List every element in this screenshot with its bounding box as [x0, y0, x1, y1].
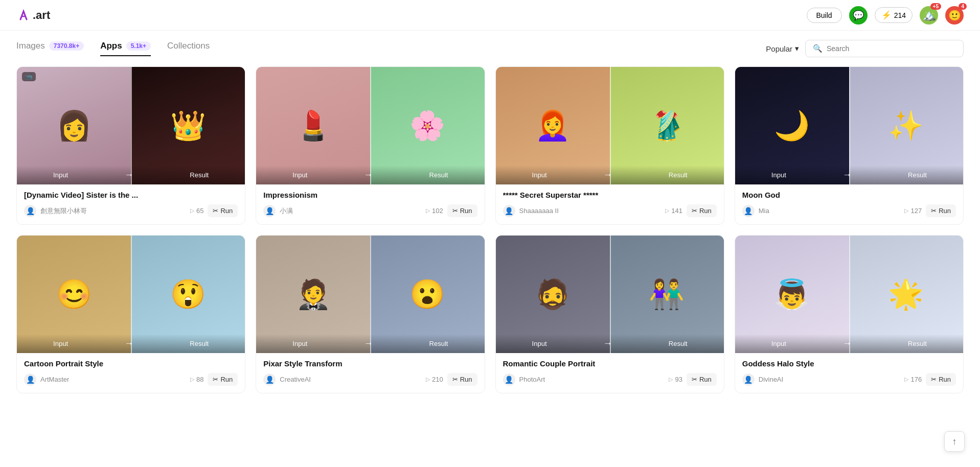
card-author-1: 創意無限小林哥 [40, 206, 186, 216]
run-button-2[interactable]: ✂ Run [447, 204, 477, 217]
card-1[interactable]: 👩 👑 📹 Input → Result [Dynamic Video] Sis… [16, 66, 245, 225]
card-author-3: Shaaaaaaa II [519, 207, 662, 215]
card-title-2: Impressionism [263, 191, 477, 199]
run-icon-6: ✂ [452, 376, 458, 383]
user-avatar-mountain[interactable]: 🏔️ +5 [920, 6, 938, 25]
card-body-3: ***** Secret Superstar ***** 👤 Shaaaaaaa… [496, 184, 724, 224]
card-title-3: ***** Secret Superstar ***** [503, 191, 717, 199]
run-icon-1: ✂ [213, 207, 218, 215]
card-author-7: PhotoArt [519, 376, 665, 383]
chevron-down-icon: ▾ [795, 44, 799, 53]
run-icon-5: ✂ [213, 376, 218, 383]
header: .art Build 💬 ⚡ 214 🏔️ +5 🙂 4 [0, 0, 980, 31]
card-3[interactable]: 👩‍🦰 🥻 Input → Result ***** Secret Supers… [495, 66, 724, 225]
logo-icon [16, 8, 31, 22]
play-icon-1: ▷ [190, 207, 194, 214]
run-icon-4: ✂ [931, 207, 937, 215]
logo[interactable]: .art [16, 8, 50, 22]
lightning-button[interactable]: ⚡ 214 [875, 7, 913, 23]
card-meta-7: 👤 PhotoArt ▷ 93 ✂ Run [503, 373, 717, 386]
card-title-7: Romantic Couple Portrait [503, 359, 717, 368]
arrow-icon-2: → [363, 170, 373, 180]
input-label-3: Input [532, 171, 547, 179]
card-body-6: Pixar Style Transform 👤 CreativeAI ▷ 210… [256, 353, 484, 393]
play-count-2: 102 [432, 207, 443, 215]
search-input[interactable] [827, 44, 956, 53]
video-badge-1: 📹 [22, 72, 36, 81]
card-5[interactable]: 😊 😲 Input → Result Cartoon Portrait Styl… [16, 235, 245, 393]
author-avatar-2: 👤 [263, 205, 276, 217]
card-image-7: 🧔 👫 Input → Result [496, 236, 724, 353]
user-avatar-main[interactable]: 🙂 4 [945, 6, 964, 25]
avatar-badge-4: 4 [959, 3, 967, 10]
result-label-6: Result [429, 340, 448, 347]
card-7[interactable]: 🧔 👫 Input → Result Romantic Couple Portr… [495, 235, 724, 393]
play-count-1: 65 [196, 207, 203, 215]
card-plays-6: ▷ 210 [426, 376, 443, 383]
card-8[interactable]: 👼 🌟 Input → Result Goddess Halo Style 👤 … [735, 235, 964, 393]
card-author-5: ArtMaster [40, 376, 186, 383]
card-title-6: Pixar Style Transform [263, 359, 477, 368]
card-image-8: 👼 🌟 Input → Result [735, 236, 963, 353]
card-body-5: Cartoon Portrait Style 👤 ArtMaster ▷ 88 … [17, 353, 245, 393]
card-image-1: 👩 👑 📹 Input → Result [17, 67, 245, 184]
lightning-count: 214 [894, 11, 906, 19]
run-button-1[interactable]: ✂ Run [208, 204, 238, 217]
play-icon-4: ▷ [904, 207, 908, 214]
wechat-avatar[interactable]: 💬 [849, 6, 868, 25]
card-6[interactable]: 🤵 😮 Input → Result Pixar Style Transform… [256, 235, 485, 393]
run-button-4[interactable]: ✂ Run [926, 204, 956, 217]
author-avatar-7: 👤 [503, 373, 515, 386]
run-button-5[interactable]: ✂ Run [208, 373, 238, 386]
header-right: Build 💬 ⚡ 214 🏔️ +5 🙂 4 [807, 6, 964, 25]
card-body-7: Romantic Couple Portrait 👤 PhotoArt ▷ 93… [496, 353, 724, 393]
input-label-6: Input [292, 340, 307, 347]
card-title-5: Cartoon Portrait Style [24, 359, 238, 368]
card-grid: 👩 👑 📹 Input → Result [Dynamic Video] Sis… [16, 66, 964, 393]
tab-images[interactable]: Images 7370.8k+ [16, 41, 84, 56]
card-title-8: Goddess Halo Style [742, 359, 956, 368]
run-button-6[interactable]: ✂ Run [447, 373, 477, 386]
card-meta-6: 👤 CreativeAI ▷ 210 ✂ Run [263, 373, 477, 386]
run-label-2: Run [460, 207, 472, 215]
author-avatar-1: 👤 [24, 205, 36, 217]
result-label-2: Result [429, 171, 448, 179]
card-2[interactable]: 💄 🌸 Input → Result Impressionism 👤 小满 [256, 66, 485, 225]
input-label-4: Input [771, 171, 786, 179]
card-body-8: Goddess Halo Style 👤 DivineAI ▷ 176 ✂ Ru… [735, 353, 963, 393]
run-icon-8: ✂ [931, 376, 937, 383]
card-title-1: [Dynamic Video] Sister is the ... [24, 191, 238, 199]
input-label-1: Input [53, 171, 68, 179]
run-button-3[interactable]: ✂ Run [687, 204, 717, 217]
tab-apps[interactable]: Apps 5.1k+ [100, 41, 151, 56]
tab-apps-label: Apps [100, 41, 122, 51]
nav-tabs: Images 7370.8k+ Apps 5.1k+ Collections P… [0, 31, 980, 57]
tab-collections[interactable]: Collections [167, 41, 210, 56]
play-count-5: 88 [196, 376, 203, 383]
play-icon-5: ▷ [190, 376, 194, 383]
sort-button[interactable]: Popular ▾ [766, 44, 799, 53]
play-icon-3: ▷ [665, 207, 669, 214]
card-image-4: 🌙 ✨ Input → Result [735, 67, 963, 184]
run-label-7: Run [699, 376, 712, 383]
card-author-2: 小满 [280, 206, 422, 216]
run-icon-3: ✂ [692, 207, 697, 215]
divider-line-5 [131, 236, 132, 353]
run-button-7[interactable]: ✂ Run [687, 373, 717, 386]
result-label-5: Result [190, 340, 209, 347]
card-4[interactable]: 🌙 ✨ Input → Result Moon God 👤 Mia [735, 66, 964, 225]
run-label-3: Run [699, 207, 712, 215]
build-button[interactable]: Build [807, 8, 842, 23]
card-plays-4: ▷ 127 [904, 207, 922, 215]
logo-text: .art [33, 9, 50, 22]
divider-line-1 [131, 67, 132, 184]
avatar-badge-plus5: +5 [930, 3, 941, 10]
play-count-8: 176 [910, 376, 922, 383]
play-icon-2: ▷ [426, 207, 430, 214]
card-plays-2: ▷ 102 [426, 207, 443, 215]
arrow-icon-3: → [603, 170, 612, 180]
card-image-3: 👩‍🦰 🥻 Input → Result [496, 67, 724, 184]
run-button-8[interactable]: ✂ Run [926, 373, 956, 386]
card-plays-3: ▷ 141 [665, 207, 682, 215]
card-meta-5: 👤 ArtMaster ▷ 88 ✂ Run [24, 373, 238, 386]
